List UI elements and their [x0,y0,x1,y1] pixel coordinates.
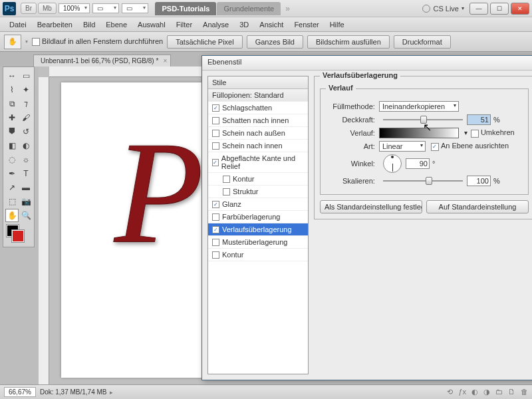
eyedropper-tool-icon[interactable]: ⁊ [19,97,33,110]
status-icons: ⟲ ƒx ◐ ◑ 🗀 🗋 🗑 [447,388,528,396]
gradient-tool-icon[interactable]: ◐ [19,139,33,152]
adjust-icon[interactable]: ◑ [483,388,490,396]
menu-auswahl[interactable]: Auswahl [132,21,171,29]
blend-mode-dropdown[interactable]: Ineinanderkopieren [379,101,459,112]
menu-ansicht[interactable]: Ansicht [254,21,289,29]
fx-icon[interactable]: ƒx [458,388,466,396]
print-size-button[interactable]: Druckformat [394,35,451,49]
chevron-right-icon[interactable]: ▸ [110,389,113,396]
fit-screen-button[interactable]: Ganzes Bild [247,35,303,49]
menu-bild[interactable]: Bild [78,21,100,29]
angle-dial[interactable] [383,154,402,173]
chevron-icon[interactable]: » [285,4,290,13]
style-contour[interactable]: Kontur [208,173,308,186]
style-gradient-overlay[interactable]: ✓Verlaufsüberlagerung [208,223,308,236]
angle-input[interactable]: 90 [406,158,430,169]
align-checkbox[interactable]: ✓An Ebene ausrichten [431,142,509,150]
document-tab[interactable]: Unbenannt-1 bei 66,7% (PSD, RGB/8) * [33,55,171,66]
new-icon[interactable]: 🗋 [508,388,515,396]
gradient-group: Verlaufsüberlagerung Verlauf Füllmethode… [314,76,532,219]
window-controls: — ☐ ✕ [469,3,529,15]
actual-pixels-button[interactable]: Tatsächliche Pixel [167,35,242,49]
lasso-tool-icon[interactable]: ⌇ [5,83,19,96]
menu-hilfe[interactable]: Hilfe [325,21,350,29]
opacity-slider[interactable] [383,114,463,125]
style-texture[interactable]: Struktur [208,186,308,198]
pen-tool-icon[interactable]: ✒ [5,167,19,180]
type-tool-icon[interactable]: T [19,167,33,180]
status-zoom[interactable]: 66,67% [4,387,36,397]
close-button[interactable]: ✕ [511,3,529,15]
fill-screen-button[interactable]: Bildschirm ausfüllen [307,35,390,49]
gradient-subgroup: Verlauf Füllmethode: Ineinanderkopieren … [320,88,529,195]
gradient-overlay-panel: Verlaufsüberlagerung Verlauf Füllmethode… [314,76,532,374]
minimize-button[interactable]: — [469,3,488,15]
folder-icon[interactable]: 🗀 [495,388,503,396]
style-pattern-overlay[interactable]: Musterüberlagerung [208,236,308,249]
history-tool-icon[interactable]: ↺ [19,125,33,138]
style-drop-shadow[interactable]: ✓Schlagschatten [208,102,308,114]
hand-tool-icon[interactable]: ✋ [4,35,21,49]
style-dropdown[interactable]: Linear [379,141,426,152]
style-color-overlay[interactable]: Farbüberlagerung [208,211,308,223]
background-swatch[interactable] [12,230,24,242]
layer-style-dialog: Ebenenstil Stile Füllopionen: Standard ✓… [201,55,532,380]
heal-tool-icon[interactable]: ✚ [5,111,19,124]
brush-tool-icon[interactable]: 🖌 [19,111,33,124]
zoom-dropdown[interactable]: 100% [59,3,90,13]
camera-tool-icon[interactable]: 📷 [19,195,33,208]
opacity-input[interactable]: 51 [467,114,491,125]
scroll-all-checkbox[interactable]: Bildlauf in allen Fenstern durchführen [32,37,163,46]
title-bar: Ps Br Mb 100% ▭ ▭ PSD-Tutorials Grundele… [0,0,532,17]
scale-slider[interactable] [383,176,463,186]
color-swatches[interactable] [5,225,32,245]
menu-datei[interactable]: Datei [4,21,32,29]
zoom-tool-icon[interactable]: 🔍 [19,209,33,222]
style-outer-glow[interactable]: Schein nach außen [208,127,308,140]
mask-icon[interactable]: ◐ [471,388,478,396]
style-inner-glow[interactable]: Schein nach innen [208,140,308,152]
reset-default-button[interactable]: Auf Standardeinstellung [426,200,529,213]
reverse-checkbox[interactable]: Umkehren [471,128,515,137]
menu-filter[interactable]: Filter [171,21,198,29]
maximize-button[interactable]: ☐ [490,3,509,15]
scale-label: Skalieren: [326,177,379,185]
wand-tool-icon[interactable]: ✦ [19,83,33,96]
dodge-tool-icon[interactable]: ☼ [19,153,33,166]
crop-tool-icon[interactable]: ⧉ [5,97,19,110]
tab-psd-tutorials[interactable]: PSD-Tutorials [155,2,216,15]
3d-tool-icon[interactable]: ⬚ [5,195,19,208]
menu-ebene[interactable]: Ebene [100,21,132,29]
marquee-tool-icon[interactable]: ▭ [19,69,33,82]
minibridge-button[interactable]: Mb [38,3,57,14]
gradient-preview[interactable] [379,128,459,138]
view-dropdown[interactable]: ▭ [92,3,119,13]
bridge-button[interactable]: Br [21,3,37,14]
hand-tool2-icon[interactable]: ✋ [5,209,19,222]
eraser-tool-icon[interactable]: ◧ [5,139,19,152]
scale-input[interactable]: 100 [467,176,491,186]
cs-live-icon [422,5,430,13]
cs-live[interactable]: CS Live ▾ [422,5,464,13]
style-stroke[interactable]: Kontur [208,249,308,261]
path-tool-icon[interactable]: ↗ [5,181,19,194]
shape-tool-icon[interactable]: ▬ [19,181,33,194]
menu-3d[interactable]: 3D [234,21,254,29]
screen-dropdown[interactable]: ▭ [122,3,148,13]
style-inner-shadow[interactable]: Schatten nach innen [208,114,308,127]
menu-fenster[interactable]: Fenster [289,21,324,29]
trash-icon[interactable]: 🗑 [521,388,528,396]
blur-tool-icon[interactable]: ◌ [5,153,19,166]
menu-bearbeiten[interactable]: Bearbeiten [32,21,78,29]
style-bevel[interactable]: ✓Abgeflachte Kante und Relief [208,152,308,173]
move-tool-icon[interactable]: ↔ [5,69,19,82]
menu-analyse[interactable]: Analyse [198,21,234,29]
make-default-button[interactable]: Als Standardeinstellung festlegen [320,200,422,213]
tab-grundelemente[interactable]: Grundelemente [217,2,281,15]
style-satin[interactable]: ✓Glanz [208,198,308,211]
gradient-label: Verlauf: [326,129,379,137]
dialog-title: Ebenenstil [202,56,532,70]
stamp-tool-icon[interactable]: ⛊ [5,125,19,138]
link-icon[interactable]: ⟲ [447,388,453,396]
style-blend-options[interactable]: Füllopionen: Standard [208,89,308,102]
